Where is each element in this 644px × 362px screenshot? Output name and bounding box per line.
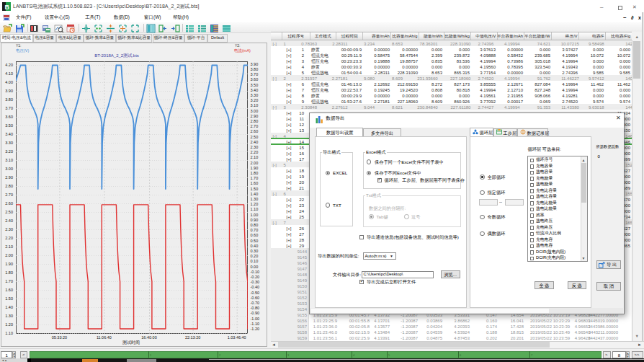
svg-text:B: B	[5, 3, 10, 10]
